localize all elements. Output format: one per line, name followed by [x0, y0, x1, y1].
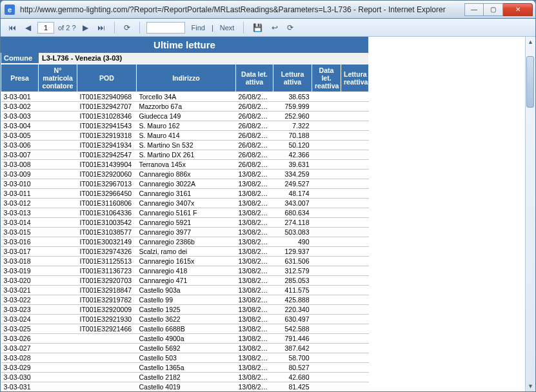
back-parent-button[interactable]: ↩	[269, 22, 281, 34]
col-presa[interactable]: Presa	[1, 64, 39, 92]
table-row[interactable]: 3-03-005IT001E32919318S. Mauro 41426/08/…	[1, 131, 369, 141]
col-lettura-attiva[interactable]: Lettura attiva	[273, 64, 312, 92]
reload-button[interactable]: ⟳	[284, 22, 296, 34]
cell-pod: IT001E32974326	[77, 247, 137, 257]
cell-data_attiva: 13/08/2013	[236, 189, 273, 199]
table-row[interactable]: 3-03-012IT001E31160806Cannaregio 3407x13…	[1, 199, 369, 208]
table-row[interactable]: 3-03-001IT001E32940968Torcello 34A26/08/…	[1, 92, 369, 102]
cell-matricola	[39, 189, 77, 199]
find-button[interactable]: Find	[189, 23, 208, 33]
cell-data_reattiva	[312, 179, 341, 189]
table-row[interactable]: 3-03-002IT001E32942707Mazzorbo 67a26/08/…	[1, 102, 369, 112]
cell-pod: IT001E31125513	[77, 257, 137, 266]
cell-pod: IT001E32920060	[77, 170, 137, 179]
cell-lettura_reattiva	[341, 305, 369, 315]
table-row[interactable]: 3-03-003IT001E31028346Giudecca 14926/08/…	[1, 112, 369, 121]
cell-indirizzo: Castello 99	[137, 295, 236, 305]
table-row[interactable]: 3-03-010IT001E32967013Cannaregio 3022A13…	[1, 179, 369, 189]
col-pod[interactable]: POD	[77, 64, 137, 92]
cell-presa: 3-03-002	[1, 102, 39, 112]
export-button[interactable]: 💾	[250, 22, 265, 34]
table-row[interactable]: 3-03-006IT001E32941934S. Martino Sn 5322…	[1, 141, 369, 150]
refresh-button[interactable]: ⟳	[121, 22, 133, 34]
table-row[interactable]: 3-03-021IT001E32918847Castello 903a13/08…	[1, 286, 369, 295]
table-row[interactable]: 3-03-030Castello 218213/08/201342.680	[1, 373, 369, 382]
page-number-input[interactable]	[37, 22, 54, 34]
cell-presa: 3-03-025	[1, 324, 39, 334]
table-row[interactable]: 3-03-016IT001E30032149Cannaregio 2386b13…	[1, 237, 369, 247]
last-page-button[interactable]: ⏭	[95, 22, 108, 34]
table-row[interactable]: 3-03-017IT001E32974326Scalzi, ramo dei13…	[1, 247, 369, 257]
scroll-down-icon[interactable]: ▼	[526, 381, 535, 391]
cell-data_reattiva	[312, 237, 341, 247]
col-lettura-reattiva[interactable]: Lettura reattiva	[341, 64, 369, 92]
cell-indirizzo: Cannaregio 3161	[137, 189, 236, 199]
next-page-button[interactable]: ▶	[80, 22, 91, 34]
table-row[interactable]: 3-03-031Castello 401913/08/201381.425	[1, 382, 369, 392]
cell-lettura_attiva: 48.174	[273, 189, 312, 199]
table-row[interactable]: 3-03-029Castello 1365a13/08/201380.527	[1, 363, 369, 373]
vertical-scrollbar[interactable]: ▲ ▼	[525, 37, 535, 391]
table-row[interactable]: 3-03-015IT001E31038577Cannaregio 397713/…	[1, 228, 369, 237]
find-next-button[interactable]: Next	[217, 23, 237, 33]
cell-data_attiva: 26/08/2013	[236, 92, 273, 102]
cell-presa: 3-03-005	[1, 131, 39, 141]
table-row[interactable]: 3-03-013IT001E31064336Cannaregio 5161 F1…	[1, 208, 369, 218]
cell-data_attiva: 13/08/2013	[236, 363, 273, 373]
cell-lettura_attiva: 791.446	[273, 334, 312, 344]
cell-presa: 3-03-014	[1, 218, 39, 228]
cell-matricola	[39, 170, 77, 179]
cell-presa: 3-03-015	[1, 228, 39, 237]
table-row[interactable]: 3-03-008IT001E31439904Terranova 145x26/0…	[1, 160, 369, 170]
table-row[interactable]: 3-03-027Castello 569213/08/2013387.642	[1, 344, 369, 353]
cell-indirizzo: S. Mauro 414	[137, 131, 236, 141]
cell-lettura_attiva: 42.366	[273, 150, 312, 160]
find-input[interactable]	[146, 22, 185, 34]
cell-data_attiva: 13/08/2013	[236, 257, 273, 266]
cell-data_attiva: 13/08/2013	[236, 324, 273, 334]
cell-matricola	[39, 373, 77, 382]
cell-presa: 3-03-004	[1, 121, 39, 131]
window-minimize-button[interactable]: —	[464, 3, 484, 16]
cell-data_reattiva	[312, 112, 341, 121]
col-data-reattiva[interactable]: Data let. reattiva	[312, 64, 341, 92]
table-row[interactable]: 3-03-026Castello 4900a13/08/2013791.446	[1, 334, 369, 344]
table-row[interactable]: 3-03-007IT001E32942547S. Martino DX 2612…	[1, 150, 369, 160]
table-row[interactable]: 3-03-024IT001E32921930Castello 362213/08…	[1, 315, 369, 324]
table-row[interactable]: 3-03-022IT001E32919782Castello 9913/08/2…	[1, 295, 369, 305]
table-row[interactable]: 3-03-004IT001E32941543S. Mauro 16226/08/…	[1, 121, 369, 131]
cell-data_attiva: 13/08/2013	[236, 237, 273, 247]
cell-matricola	[39, 102, 77, 112]
cell-indirizzo: Castello 1365a	[137, 363, 236, 373]
first-page-button[interactable]: ⏮	[6, 22, 19, 34]
cell-presa: 3-03-017	[1, 247, 39, 257]
window-maximize-button[interactable]: ▢	[484, 3, 503, 16]
table-row[interactable]: 3-03-025IT001E32921466Castello 6688B13/0…	[1, 324, 369, 334]
table-row[interactable]: 3-03-019IT001E31136723Cannaregio 41813/0…	[1, 266, 369, 276]
table-row[interactable]: 3-03-023IT001E32920009Castello 192513/08…	[1, 305, 369, 315]
cell-presa: 3-03-029	[1, 363, 39, 373]
table-row[interactable]: 3-03-014IT001E31003542Cannaregio 592113/…	[1, 218, 369, 228]
cell-data_attiva: 13/08/2013	[236, 344, 273, 353]
col-matricola[interactable]: N° matricola contatore	[39, 64, 77, 92]
cell-matricola	[39, 131, 77, 141]
table-row[interactable]: 3-03-011IT001E32966450Cannaregio 316113/…	[1, 189, 369, 199]
cell-presa: 3-03-007	[1, 150, 39, 160]
cell-lettura_attiva: 274.118	[273, 218, 312, 228]
cell-matricola	[39, 305, 77, 315]
cell-lettura_reattiva	[341, 295, 369, 305]
table-row[interactable]: 3-03-018IT001E31125513Cannaregio 1615x13…	[1, 257, 369, 266]
cell-indirizzo: Cannaregio 418	[137, 266, 236, 276]
scroll-thumb[interactable]	[526, 56, 534, 108]
table-row[interactable]: 3-03-009IT001E32920060Cannaregio 886x13/…	[1, 170, 369, 179]
window-close-button[interactable]: ✕	[503, 3, 533, 16]
table-row[interactable]: 3-03-020IT001E32920703Cannaregio 47113/0…	[1, 276, 369, 286]
col-data-attiva[interactable]: Data let. attiva	[236, 64, 273, 92]
col-indirizzo[interactable]: Indirizzo	[137, 64, 236, 92]
scroll-up-icon[interactable]: ▲	[526, 37, 535, 47]
cell-matricola	[39, 228, 77, 237]
cell-lettura_reattiva	[341, 179, 369, 189]
prev-page-button[interactable]: ◀	[23, 22, 34, 34]
table-row[interactable]: 3-03-028Castello 50313/08/201358.700	[1, 353, 369, 363]
report-viewport[interactable]: Ultime letture Comune L3-L736 - Venezia …	[1, 37, 535, 391]
